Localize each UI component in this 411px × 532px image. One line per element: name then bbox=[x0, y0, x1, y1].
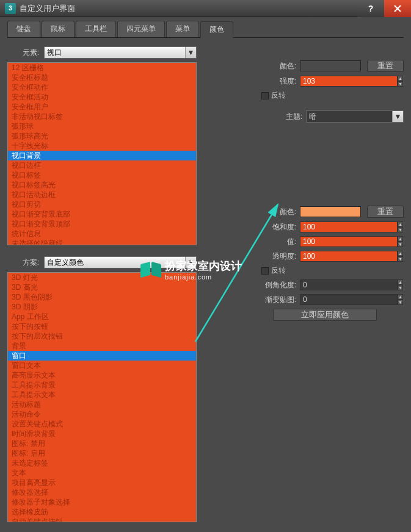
list-item[interactable]: 3D 阴影 bbox=[8, 302, 196, 312]
list-item[interactable]: 项目高亮显示 bbox=[8, 478, 196, 487]
intensity-spinner[interactable]: ▲▼ bbox=[300, 76, 361, 87]
invert-label-2: 反转 bbox=[271, 265, 286, 276]
list-item[interactable]: 3D 黑色阴影 bbox=[8, 292, 196, 302]
close-button[interactable] bbox=[384, 0, 411, 17]
tab-鼠标[interactable]: 鼠标 bbox=[42, 21, 75, 37]
list-item[interactable]: 修改器选择 bbox=[8, 487, 196, 497]
list-item[interactable]: 未选定标签 bbox=[8, 458, 196, 468]
list-item[interactable]: 弧形球 bbox=[8, 121, 196, 131]
list-item[interactable]: 高亮显示文本 bbox=[8, 370, 196, 380]
list-item[interactable]: 选择橡皮筋 bbox=[8, 507, 196, 517]
reset-button-1[interactable]: 重置 bbox=[367, 60, 404, 72]
list-item[interactable]: 视口边框 bbox=[8, 160, 196, 170]
tab-键盘[interactable]: 键盘 bbox=[7, 21, 40, 37]
list-item[interactable]: 窗口文本 bbox=[8, 361, 196, 370]
intensity-input[interactable] bbox=[300, 76, 398, 87]
transparency-input[interactable] bbox=[300, 251, 398, 262]
list-item[interactable]: 弧形球高光 bbox=[8, 131, 196, 141]
scheme-listbox[interactable]: 3D 灯光3D 高光3D 黑色阴影3D 阴影App 工作区按下的按钮按下的层次按… bbox=[7, 272, 197, 522]
help-button[interactable]: ? bbox=[357, 0, 384, 17]
list-item[interactable]: 视口渐变背景顶部 bbox=[8, 219, 196, 229]
transparency-spinner[interactable]: ▲▼ bbox=[300, 251, 361, 262]
list-item[interactable]: 设置关键点模式 bbox=[8, 419, 196, 429]
scheme-value: 自定义颜色 bbox=[47, 257, 84, 268]
list-item[interactable]: 工具提示文本 bbox=[8, 390, 196, 400]
app-icon: 3 bbox=[5, 3, 16, 14]
reset-button-2[interactable]: 重置 bbox=[367, 206, 404, 218]
list-item[interactable]: 活动命令 bbox=[8, 409, 196, 419]
list-item[interactable]: 安全框标题 bbox=[8, 73, 196, 82]
list-item[interactable]: 统计信息 bbox=[8, 229, 196, 239]
gradient-spinner[interactable]: ▲▼ bbox=[300, 294, 361, 305]
spin-up-icon[interactable]: ▲ bbox=[398, 294, 403, 300]
list-item[interactable]: 工具提示背景 bbox=[8, 380, 196, 390]
invert-checkbox-1[interactable] bbox=[261, 92, 269, 99]
color-label-2: 颜色: bbox=[280, 207, 300, 217]
color-swatch-2[interactable] bbox=[300, 206, 361, 217]
spin-down-icon[interactable]: ▼ bbox=[398, 227, 403, 232]
invert-label-1: 反转 bbox=[271, 90, 286, 101]
list-item[interactable]: 文本 bbox=[8, 468, 196, 478]
list-item[interactable]: 窗口 bbox=[8, 351, 196, 361]
value-label: 值: bbox=[287, 237, 300, 247]
list-item[interactable]: 图标: 禁用 bbox=[8, 439, 196, 448]
list-item[interactable]: 按下的按钮 bbox=[8, 322, 196, 331]
bevel-label: 倒角化度: bbox=[265, 280, 300, 290]
elements-listbox[interactable]: 12 区栅格安全框标题安全框动作安全框活动安全框用户非活动视口标签弧形球弧形球高… bbox=[7, 62, 197, 245]
list-item[interactable]: 视口标签高光 bbox=[8, 180, 196, 190]
tab-四元菜单[interactable]: 四元菜单 bbox=[117, 21, 165, 37]
list-item[interactable]: 视口剪切 bbox=[8, 200, 196, 209]
theme-dropdown[interactable]: 暗 ▼ bbox=[306, 110, 404, 123]
spin-up-icon[interactable]: ▲ bbox=[398, 279, 403, 285]
list-item[interactable]: 安全框活动 bbox=[8, 92, 196, 102]
spin-down-icon[interactable]: ▼ bbox=[398, 242, 403, 247]
bevel-spinner[interactable]: ▲▼ bbox=[300, 279, 361, 290]
list-item[interactable]: 非活动视口标签 bbox=[8, 112, 196, 121]
list-item[interactable]: 按下的层次按钮 bbox=[8, 331, 196, 341]
bevel-input[interactable] bbox=[300, 279, 398, 290]
title-bar: 3 自定义用户界面 ? bbox=[0, 0, 411, 17]
list-item[interactable]: 视口标签 bbox=[8, 170, 196, 180]
spin-down-icon[interactable]: ▼ bbox=[398, 81, 403, 87]
gradient-input[interactable] bbox=[300, 294, 398, 305]
list-item[interactable]: 时间滑块背景 bbox=[8, 429, 196, 439]
invert-checkbox-2[interactable] bbox=[261, 267, 269, 275]
saturation-input[interactable] bbox=[300, 221, 398, 232]
saturation-spinner[interactable]: ▲▼ bbox=[300, 221, 361, 232]
list-item[interactable]: 12 区栅格 bbox=[8, 63, 196, 73]
scheme-label: 方案: bbox=[7, 257, 44, 268]
list-item[interactable]: 视口渐变背景底部 bbox=[8, 209, 196, 219]
color-swatch-1[interactable] bbox=[300, 60, 361, 71]
spin-up-icon[interactable]: ▲ bbox=[398, 236, 403, 242]
apply-color-button[interactable]: 立即应用颜色 bbox=[273, 309, 377, 321]
tab-工具栏[interactable]: 工具栏 bbox=[76, 21, 116, 37]
list-item[interactable]: 安全框动作 bbox=[8, 82, 196, 92]
list-item[interactable]: 十字线光标 bbox=[8, 141, 196, 151]
elements-label: 元素: bbox=[7, 48, 44, 58]
spin-up-icon[interactable]: ▲ bbox=[398, 251, 403, 256]
list-item[interactable]: 活动标题 bbox=[8, 400, 196, 409]
value-spinner[interactable]: ▲▼ bbox=[300, 236, 361, 247]
list-item[interactable]: 3D 灯光 bbox=[8, 273, 196, 282]
list-item[interactable]: 安全框用户 bbox=[8, 102, 196, 112]
list-item[interactable]: 图标: 启用 bbox=[8, 448, 196, 458]
tab-菜单[interactable]: 菜单 bbox=[166, 21, 199, 37]
list-item[interactable]: 视口活动边框 bbox=[8, 190, 196, 200]
list-item[interactable]: 修改器子对象选择 bbox=[8, 497, 196, 507]
list-item[interactable]: App 工作区 bbox=[8, 312, 196, 322]
scheme-dropdown[interactable]: 自定义颜色 ▼ bbox=[44, 256, 197, 268]
list-item[interactable]: 未选择的隐藏线 bbox=[8, 239, 196, 245]
list-item[interactable]: 背景 bbox=[8, 341, 196, 351]
value-input[interactable] bbox=[300, 236, 398, 247]
list-item[interactable]: 视口背景 bbox=[8, 151, 196, 160]
list-item[interactable]: 3D 高光 bbox=[8, 282, 196, 292]
list-item[interactable]: 自动关键点按钮 bbox=[8, 517, 196, 522]
spin-up-icon[interactable]: ▲ bbox=[398, 221, 403, 227]
intensity-label: 强度: bbox=[280, 76, 300, 87]
spin-down-icon[interactable]: ▼ bbox=[398, 285, 403, 290]
tab-颜色[interactable]: 颜色 bbox=[200, 21, 233, 38]
spin-up-icon[interactable]: ▲ bbox=[398, 76, 403, 81]
elements-dropdown[interactable]: 视口 ▼ bbox=[44, 46, 197, 59]
spin-down-icon[interactable]: ▼ bbox=[398, 256, 403, 262]
spin-down-icon[interactable]: ▼ bbox=[398, 300, 403, 305]
